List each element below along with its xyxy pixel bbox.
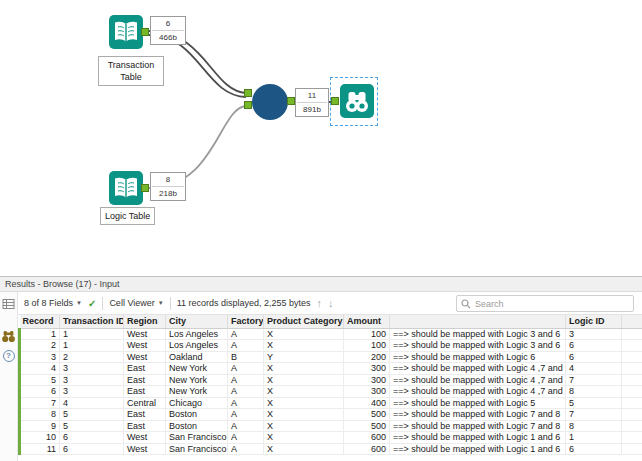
table-cell[interactable]: 9: [20, 420, 60, 432]
table-cell[interactable]: A: [228, 386, 264, 398]
output-anchor-transaction[interactable]: [141, 28, 149, 36]
table-cell[interactable]: 3: [20, 351, 60, 363]
tool-join[interactable]: [252, 84, 288, 120]
search-box[interactable]: [456, 295, 634, 312]
column-header-2[interactable]: Region: [124, 315, 166, 328]
table-cell[interactable]: 300: [344, 363, 390, 375]
table-row[interactable]: 106WestSan FranciscoAX600==> should be m…: [20, 432, 642, 444]
table-row[interactable]: 21WestLos AngelesAX100==> should be mapp…: [20, 340, 642, 352]
fields-dropdown[interactable]: 8 of 8 Fields ▼: [24, 298, 82, 308]
table-cell[interactable]: Los Angeles: [166, 328, 228, 340]
column-header-6[interactable]: Amount: [344, 315, 390, 328]
table-row[interactable]: 63EastNew YorkAX300==> should be mapped …: [20, 386, 642, 398]
table-cell[interactable]: ==> should be mapped with Logic 7 and 8: [390, 409, 566, 421]
table-cell[interactable]: 1: [60, 340, 124, 352]
table-cell[interactable]: Boston: [166, 420, 228, 432]
table-cell[interactable]: San Francisco: [166, 432, 228, 444]
table-cell[interactable]: San Francisco: [166, 443, 228, 455]
grid-view-icon[interactable]: [2, 298, 15, 310]
table-cell[interactable]: ==> should be mapped with Logic 1 and 6: [390, 432, 566, 444]
table-cell[interactable]: 5: [566, 397, 622, 409]
table-cell[interactable]: 6: [566, 340, 622, 352]
table-cell[interactable]: 6: [566, 351, 622, 363]
table-cell[interactable]: 5: [60, 420, 124, 432]
annotation-logic[interactable]: 8 218b: [150, 172, 186, 201]
table-cell[interactable]: 7: [566, 374, 622, 386]
search-input[interactable]: [475, 299, 629, 309]
table-cell[interactable]: ==> should be mapped with Logic 7 and 8: [390, 420, 566, 432]
table-cell[interactable]: 200: [344, 351, 390, 363]
table-cell[interactable]: 400: [344, 397, 390, 409]
workflow-canvas[interactable]: 6 466b Transaction Table 8 218b Logic Ta…: [0, 0, 642, 276]
table-cell[interactable]: Boston: [166, 409, 228, 421]
table-cell[interactable]: Y: [264, 351, 344, 363]
table-cell[interactable]: ==> should be mapped with Logic 4 ,7 and…: [390, 386, 566, 398]
table-cell[interactable]: 3: [566, 328, 622, 340]
table-row[interactable]: 11WestLos AngelesAX100==> should be mapp…: [20, 328, 642, 340]
table-cell[interactable]: 5: [60, 409, 124, 421]
table-row[interactable]: 85EastBostonAX500==> should be mapped wi…: [20, 409, 642, 421]
cell-viewer-dropdown[interactable]: Cell Viewer ▼: [109, 298, 163, 308]
table-cell[interactable]: X: [264, 397, 344, 409]
table-cell[interactable]: A: [228, 420, 264, 432]
table-cell[interactable]: X: [264, 443, 344, 455]
output-anchor-logic[interactable]: [141, 184, 149, 192]
table-cell[interactable]: West: [124, 351, 166, 363]
table-cell[interactable]: X: [264, 386, 344, 398]
table-cell[interactable]: East: [124, 409, 166, 421]
table-cell[interactable]: A: [228, 432, 264, 444]
tool-input-transaction[interactable]: [108, 14, 144, 50]
table-cell[interactable]: New York: [166, 363, 228, 375]
table-cell[interactable]: 10: [20, 432, 60, 444]
table-cell[interactable]: New York: [166, 374, 228, 386]
annotation-join-output[interactable]: 11 891b: [295, 88, 329, 117]
table-cell[interactable]: 4: [60, 397, 124, 409]
table-cell[interactable]: East: [124, 374, 166, 386]
table-cell[interactable]: 600: [344, 443, 390, 455]
table-cell[interactable]: 7: [566, 409, 622, 421]
tool-browse[interactable]: [339, 83, 375, 119]
table-cell[interactable]: 500: [344, 420, 390, 432]
table-cell[interactable]: A: [228, 363, 264, 375]
table-cell[interactable]: ==> should be mapped with Logic 3 and 6: [390, 340, 566, 352]
output-anchor-join[interactable]: [287, 97, 295, 105]
table-cell[interactable]: X: [264, 420, 344, 432]
apply-check-icon[interactable]: ✓: [88, 298, 96, 309]
table-cell[interactable]: X: [264, 432, 344, 444]
label-transaction-table[interactable]: Transaction Table: [98, 56, 164, 86]
table-cell[interactable]: 300: [344, 374, 390, 386]
column-header-1[interactable]: Transaction ID: [60, 315, 124, 328]
table-cell[interactable]: 2: [20, 340, 60, 352]
table-cell[interactable]: 600: [344, 432, 390, 444]
table-cell[interactable]: ==> should be mapped with Logic 3 and 6: [390, 328, 566, 340]
table-cell[interactable]: 8: [566, 386, 622, 398]
table-cell[interactable]: A: [228, 328, 264, 340]
table-cell[interactable]: ==> should be mapped with Logic 5: [390, 397, 566, 409]
table-cell[interactable]: A: [228, 374, 264, 386]
table-cell[interactable]: 3: [60, 374, 124, 386]
table-cell[interactable]: West: [124, 328, 166, 340]
table-cell[interactable]: 4: [566, 363, 622, 375]
table-cell[interactable]: X: [264, 328, 344, 340]
table-cell[interactable]: 3: [60, 386, 124, 398]
arrow-up-icon[interactable]: ↑: [317, 297, 323, 309]
table-cell[interactable]: 5: [20, 374, 60, 386]
table-cell[interactable]: X: [264, 340, 344, 352]
help-icon[interactable]: ?: [3, 350, 15, 362]
table-cell[interactable]: 8: [20, 409, 60, 421]
input-anchor-browse[interactable]: [331, 97, 339, 105]
table-cell[interactable]: B: [228, 351, 264, 363]
label-logic-table[interactable]: Logic Table: [100, 207, 155, 225]
table-row[interactable]: 32WestOaklandBY200==> should be mapped w…: [20, 351, 642, 363]
table-cell[interactable]: 2: [60, 351, 124, 363]
table-row[interactable]: 53EastNew YorkAX300==> should be mapped …: [20, 374, 642, 386]
table-cell[interactable]: ==> should be mapped with Logic 1 and 6: [390, 443, 566, 455]
tool-input-logic[interactable]: [108, 170, 144, 206]
table-cell[interactable]: 6: [60, 443, 124, 455]
table-cell[interactable]: 300: [344, 386, 390, 398]
table-cell[interactable]: ==> should be mapped with Logic 4 ,7 and…: [390, 374, 566, 386]
table-cell[interactable]: East: [124, 386, 166, 398]
arrow-down-icon[interactable]: ↓: [328, 297, 334, 309]
table-cell[interactable]: East: [124, 363, 166, 375]
table-row[interactable]: 95EastBostonAX500==> should be mapped wi…: [20, 420, 642, 432]
